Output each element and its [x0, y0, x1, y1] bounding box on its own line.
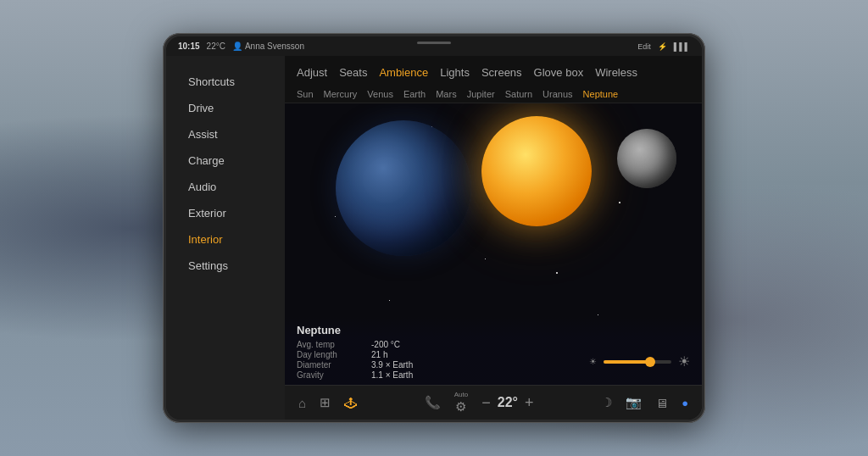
grid-icon[interactable]: ⊞ [320, 395, 331, 410]
sidebar-item-assist[interactable]: Assist [171, 122, 280, 147]
auto-label: Auto [454, 391, 468, 398]
brightness-slider[interactable] [604, 360, 671, 364]
planet-row: Sun Mercury Venus Earth Mars Jupiter Sat… [285, 86, 702, 103]
tab-wireless[interactable]: Wireless [595, 64, 637, 81]
brightness-control: ☀ ☀ [589, 353, 690, 370]
planet-earth[interactable]: Earth [403, 89, 426, 99]
tab-ambience[interactable]: Ambience [379, 64, 428, 81]
sidebar-item-settings[interactable]: Settings [171, 253, 280, 278]
stat-label-2: Diameter [297, 360, 364, 370]
planet-venus[interactable]: Venus [367, 89, 393, 99]
moon-icon[interactable]: ☽ [601, 395, 612, 410]
edit-button[interactable]: Edit [637, 42, 651, 51]
tab-lights[interactable]: Lights [440, 64, 470, 81]
sidebar: Shortcuts Drive Assist Charge Audio Exte… [166, 56, 285, 420]
phone-icon[interactable]: 📞 [425, 395, 441, 410]
sidebar-item-drive[interactable]: Drive [171, 96, 280, 120]
temp-plus[interactable]: + [525, 394, 534, 412]
planet-neptune-tab[interactable]: Neptune [583, 89, 619, 99]
sidebar-item-charge[interactable]: Charge [171, 148, 280, 173]
planet-sun-visual [481, 116, 592, 226]
tab-adjust[interactable]: Adjust [297, 64, 327, 81]
tab-seats[interactable]: Seats [339, 64, 367, 81]
nav-tabs: Adjust Seats Ambience Lights Screens Glo… [285, 56, 702, 86]
status-right: Edit ⚡ ▌▌▌ [637, 42, 690, 51]
planet-mercury[interactable]: Mercury [324, 89, 358, 99]
status-bar: 10:15 22°C 👤 Anna Svensson Edit ⚡ ▌▌▌ [166, 36, 702, 56]
sidebar-item-audio[interactable]: Audio [171, 175, 280, 199]
planet-mars[interactable]: Mars [436, 89, 456, 99]
settings-icon[interactable]: ⚙ [455, 399, 466, 414]
tab-glovebox[interactable]: Glove box [534, 64, 584, 81]
stat-label-0: Avg. temp [297, 340, 364, 349]
temp-minus[interactable]: − [481, 394, 491, 412]
brightness-min-icon: ☀ [589, 357, 597, 366]
temp-value: 22° [498, 395, 518, 410]
main-area: Shortcuts Drive Assist Charge Audio Exte… [166, 56, 702, 420]
bottom-bar: ⌂ ⊞ 🕹 📞 Auto ⚙ − 22° + ☽ [285, 385, 702, 420]
home-icon[interactable]: ⌂ [298, 396, 306, 410]
planet-jupiter[interactable]: Jupiter [467, 89, 495, 99]
planet-uranus[interactable]: Uranus [542, 89, 572, 99]
status-user: 👤 Anna Svensson [232, 42, 304, 51]
planet-moon-visual [617, 129, 676, 188]
planet-sun[interactable]: Sun [297, 89, 314, 99]
screen-bezel: 10:15 22°C 👤 Anna Svensson Edit ⚡ ▌▌▌ Sh… [163, 33, 705, 423]
assistant-icon[interactable]: ● [682, 397, 688, 409]
tab-screens[interactable]: Screens [481, 64, 522, 81]
user-icon: 👤 [232, 42, 242, 51]
sidebar-item-exterior[interactable]: Exterior [171, 201, 280, 225]
bluetooth-icon: ⚡ [658, 42, 667, 51]
brightness-thumb [645, 357, 655, 367]
planet-info-panel: Neptune Avg. temp -200 °C Day length 21 … [285, 317, 702, 385]
status-temp: 22°C [207, 42, 225, 51]
brightness-fill [604, 360, 650, 364]
screen-inner: 10:15 22°C 👤 Anna Svensson Edit ⚡ ▌▌▌ Sh… [166, 36, 702, 420]
signal-icon: ▌▌▌ [674, 42, 690, 51]
stat-label-3: Gravity [297, 370, 364, 380]
content-panel: Adjust Seats Ambience Lights Screens Glo… [285, 56, 702, 420]
stat-value-3: 1.1 × Earth [371, 370, 690, 380]
space-view: Neptune Avg. temp -200 °C Day length 21 … [285, 103, 702, 385]
planet-name: Neptune [297, 324, 690, 336]
brightness-max-icon: ☀ [678, 353, 690, 370]
planet-saturn[interactable]: Saturn [505, 89, 532, 99]
temp-control: − 22° + [481, 394, 533, 412]
game-icon[interactable]: 🕹 [344, 396, 357, 410]
planet-neptune-visual [336, 120, 471, 256]
sidebar-item-shortcuts[interactable]: Shortcuts [171, 70, 280, 94]
stat-value-0: -200 °C [371, 340, 690, 349]
status-time: 10:15 [178, 42, 200, 51]
display-icon[interactable]: 🖥 [655, 396, 668, 410]
camera-icon[interactable]: 📷 [626, 395, 642, 410]
status-pill [417, 42, 451, 44]
stat-label-1: Day length [297, 350, 364, 359]
sidebar-item-interior[interactable]: Interior [171, 227, 280, 252]
